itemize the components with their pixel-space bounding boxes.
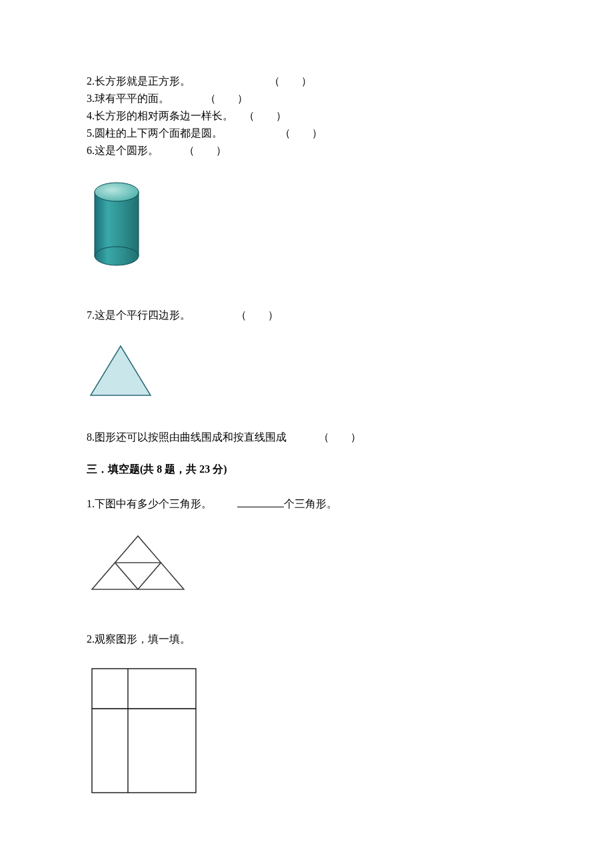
tf-item-2: 2.长方形就是正方形。 （ ） bbox=[87, 73, 526, 89]
fill-item-1-blank[interactable] bbox=[237, 497, 284, 507]
svg-point-1 bbox=[95, 247, 139, 265]
tf-item-4-paren[interactable]: （ ） bbox=[244, 110, 287, 121]
tf-item-8-paren[interactable]: （ ） bbox=[318, 431, 361, 443]
section-3-heading: 三．填空题(共 8 题，共 23 分) bbox=[87, 461, 526, 477]
tf-item-4-text: 4.长方形的相对两条边一样长。 bbox=[87, 110, 233, 121]
svg-marker-3 bbox=[91, 346, 151, 395]
triangle-figure bbox=[88, 343, 526, 403]
tf-item-6-text: 6.这是个圆形。 bbox=[87, 145, 159, 156]
grid-figure bbox=[91, 667, 526, 799]
tf-item-3-paren[interactable]: （ ） bbox=[205, 93, 248, 104]
cylinder-figure bbox=[91, 181, 526, 271]
tf-item-7-text: 7.这是个平行四边形。 bbox=[87, 309, 191, 321]
tf-item-2-paren[interactable]: （ ） bbox=[269, 75, 312, 87]
tf-item-3: 3.球有平平的面。 （ ） bbox=[87, 91, 526, 107]
fill-item-1-post: 个三角形。 bbox=[284, 498, 337, 509]
triangle-icon bbox=[88, 343, 153, 398]
tf-item-6-paren[interactable]: （ ） bbox=[184, 145, 227, 156]
tf-item-3-text: 3.球有平平的面。 bbox=[87, 93, 169, 104]
tf-item-8-text: 8.图形还可以按照由曲线围成和按直线围成 bbox=[87, 431, 287, 443]
grid-icon bbox=[91, 667, 197, 794]
tf-item-5-text: 5.圆柱的上下两个面都是圆。 bbox=[87, 127, 223, 139]
tf-item-5: 5.圆柱的上下两个面都是圆。 （ ） bbox=[87, 125, 526, 141]
svg-marker-8 bbox=[138, 563, 184, 589]
tf-item-2-text: 2.长方形就是正方形。 bbox=[87, 75, 191, 87]
tf-item-8: 8.图形还可以按照由曲线围成和按直线围成 （ ） bbox=[87, 429, 526, 445]
nested-triangles-figure bbox=[88, 532, 526, 598]
tf-item-6: 6.这是个圆形。 （ ） bbox=[87, 143, 526, 159]
fill-item-2: 2.观察图形，填一填。 bbox=[87, 631, 526, 647]
tf-item-4: 4.长方形的相对两条边一样长。 （ ） bbox=[87, 108, 526, 124]
tf-item-5-paren[interactable]: （ ） bbox=[280, 127, 322, 139]
cylinder-icon bbox=[91, 181, 143, 267]
fill-item-1: 1.下图中有多少个三角形。 个三角形。 bbox=[87, 496, 526, 512]
fill-item-1-pre: 1.下图中有多少个三角形。 bbox=[87, 498, 212, 509]
tf-item-7: 7.这是个平行四边形。 （ ） bbox=[87, 307, 526, 323]
svg-point-2 bbox=[95, 183, 139, 201]
svg-marker-6 bbox=[115, 563, 161, 589]
svg-marker-5 bbox=[115, 536, 161, 563]
svg-rect-9 bbox=[92, 669, 196, 793]
tf-item-7-paren[interactable]: （ ） bbox=[236, 309, 279, 321]
svg-marker-7 bbox=[92, 563, 138, 589]
nested-triangles-icon bbox=[88, 532, 188, 593]
